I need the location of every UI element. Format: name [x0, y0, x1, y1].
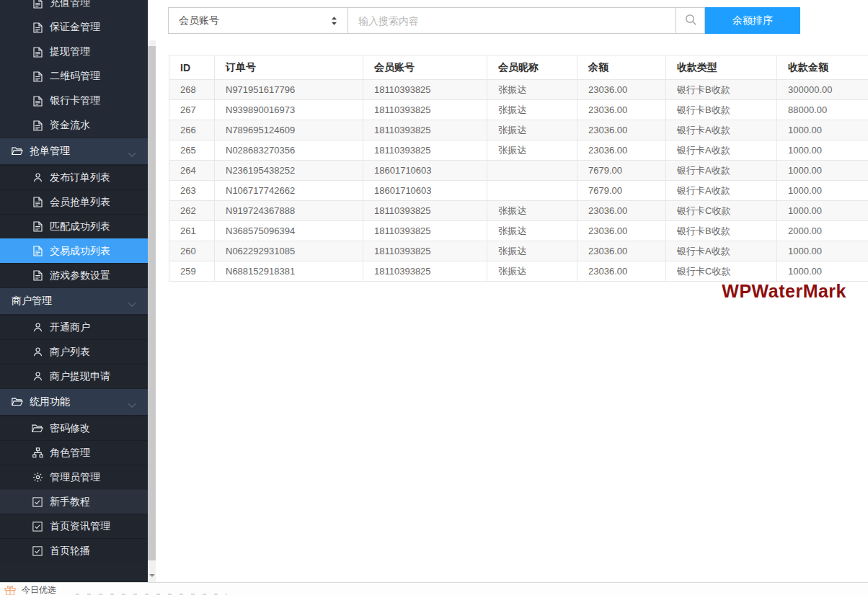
table-row: 263N106717742662186017106037679.00银行卡A收款… — [169, 181, 868, 201]
table-cell: 23036.00 — [577, 100, 666, 120]
table-cell: 银行卡A收款 — [666, 140, 777, 161]
column-header: 收款金额 — [777, 55, 868, 80]
doc-icon — [32, 120, 43, 131]
sidebar-item-merchant-withdrawal-request[interactable]: 商户提现申请 — [0, 364, 148, 388]
sidebar-item-fund-flow[interactable]: 资金流水 — [0, 113, 148, 138]
table-cell: 18110393825 — [363, 140, 487, 161]
table-cell: N062292931085 — [215, 241, 363, 261]
table-cell: 张振达 — [487, 261, 577, 282]
table-cell — [487, 161, 577, 181]
table-cell: 银行卡A收款 — [666, 120, 777, 140]
chevron-down-icon — [128, 148, 136, 160]
folder-open-icon — [32, 423, 43, 434]
gift-icon — [4, 585, 16, 595]
check-square-icon — [32, 545, 43, 557]
sidebar-item-label: 发布订单列表 — [50, 171, 110, 184]
sidebar-section-merchant-management[interactable]: 商户管理 — [0, 287, 148, 315]
sidebar-item-home-news-management[interactable]: 首页资讯管理 — [0, 514, 148, 538]
table-cell: 267 — [169, 100, 215, 120]
table-cell: 银行卡A收款 — [666, 161, 777, 181]
table-cell: 23036.00 — [577, 80, 666, 100]
table-cell: N919724367888 — [215, 201, 363, 221]
search-input[interactable] — [347, 7, 676, 34]
arrow-down-icon — [149, 574, 155, 580]
table-cell: 1000.00 — [777, 161, 868, 181]
table-cell: N028683270356 — [215, 140, 363, 161]
table-cell: 1000.00 — [777, 201, 868, 221]
sidebar-item-admin-management[interactable]: 管理员管理 — [0, 465, 148, 489]
sidebar-item-label: 首页轮播 — [50, 545, 90, 558]
table-cell: 259 — [169, 261, 215, 282]
sidebar-item-qrcode-management[interactable]: 二维码管理 — [0, 64, 148, 89]
table-cell: 银行卡B收款 — [666, 221, 777, 241]
table-cell: 262 — [169, 201, 215, 221]
table-cell: 263 — [169, 181, 215, 201]
table-cell: 23036.00 — [577, 120, 666, 140]
doc-icon — [32, 0, 43, 9]
filter-type-value: 会员账号 — [179, 14, 219, 27]
sidebar-item-beginner-tutorial[interactable]: 新手教程 — [0, 489, 148, 514]
table-cell: N688152918381 — [215, 261, 363, 282]
table-cell: 268 — [169, 80, 215, 100]
sidebar-scrollbar[interactable] — [148, 40, 156, 582]
column-header: 订单号 — [215, 55, 363, 80]
sidebar-item-recharge-management[interactable]: 充值管理 — [0, 0, 148, 15]
sidebar-item-label: 游戏参数设置 — [50, 269, 110, 282]
table-cell: 18110393825 — [363, 80, 487, 100]
table-row: 259N68815291838118110393825张振达23036.00银行… — [169, 261, 868, 282]
balance-sort-button[interactable]: 余额排序 — [705, 7, 800, 34]
sidebar-item-password-change[interactable]: 密码修改 — [0, 416, 148, 440]
table-cell: 银行卡B收款 — [666, 80, 777, 100]
table-cell: 23036.00 — [577, 241, 666, 261]
sidebar-item-label: 新手教程 — [50, 496, 90, 509]
sidebar-item-label: 首页资讯管理 — [50, 520, 110, 533]
chevron-down-icon — [128, 298, 136, 310]
sidebar-item-bankcard-management[interactable]: 银行卡管理 — [0, 89, 148, 113]
table-row: 261N36857509639418110393825张振达23036.00银行… — [169, 221, 868, 241]
sidebar-item-withdrawal-management[interactable]: 提现管理 — [0, 40, 148, 64]
folder-open-icon — [12, 146, 23, 157]
table-cell: 银行卡C收款 — [666, 261, 777, 282]
chevron-down-icon — [128, 399, 136, 411]
sidebar-item-role-management[interactable]: 角色管理 — [0, 440, 148, 465]
table-cell: 18110393825 — [363, 100, 487, 120]
table-cell: N106717742662 — [215, 181, 363, 201]
search-button[interactable] — [676, 7, 705, 34]
sidebar-item-home-carousel[interactable]: 首页轮播 — [0, 538, 148, 563]
bottom-bar-item-daily-picks[interactable]: 今日优选 — [4, 584, 56, 595]
table-cell: 1000.00 — [777, 241, 868, 261]
table-cell: 1000.00 — [777, 261, 868, 282]
table-cell: N971951617796 — [215, 80, 363, 100]
user-icon — [32, 346, 43, 358]
scrollbar-down-button[interactable] — [148, 569, 156, 582]
filter-type-select[interactable]: 会员账号 — [168, 7, 348, 34]
sidebar-section-grab-order-management[interactable]: 抢单管理 — [0, 138, 148, 165]
sidebar-item-label: 统用功能 — [30, 395, 70, 408]
table-cell: 261 — [169, 221, 215, 241]
sidebar-item-label: 角色管理 — [50, 447, 90, 460]
gear-icon — [32, 472, 43, 483]
table-cell: N939890016973 — [215, 100, 363, 120]
watermark-text: WPWaterMark — [722, 281, 846, 302]
sidebar-item-margin-management[interactable]: 保证金管理 — [0, 15, 148, 40]
check-square-icon — [32, 521, 43, 532]
table-cell: 300000.00 — [777, 80, 868, 100]
sidebar-item-open-merchant[interactable]: 开通商户 — [0, 315, 148, 339]
doc-icon — [32, 22, 43, 33]
sidebar-item-publish-order-list[interactable]: 发布订单列表 — [0, 165, 148, 189]
user-icon — [32, 322, 43, 334]
doc-icon — [32, 46, 43, 58]
table-cell: N236195438252 — [215, 161, 363, 181]
table-cell: 18110393825 — [363, 201, 487, 221]
sidebar-item-member-grab-order-list[interactable]: 会员抢单列表 — [0, 189, 148, 214]
sidebar-item-trade-success-list[interactable]: 交易成功列表 — [0, 238, 148, 263]
scrollbar-thumb[interactable] — [148, 46, 156, 560]
sidebar-item-merchant-list[interactable]: 商户列表 — [0, 339, 148, 364]
sidebar-item-label: 交易成功列表 — [50, 245, 110, 258]
sidebar-item-label: 资金流水 — [50, 119, 90, 132]
sidebar-section-common-functions[interactable]: 统用功能 — [0, 388, 148, 416]
sidebar-item-match-success-list[interactable]: 匹配成功列表 — [0, 214, 148, 238]
doc-icon — [32, 221, 43, 233]
sidebar-item-game-parameter-settings[interactable]: 游戏参数设置 — [0, 263, 148, 287]
table-cell — [487, 181, 577, 201]
